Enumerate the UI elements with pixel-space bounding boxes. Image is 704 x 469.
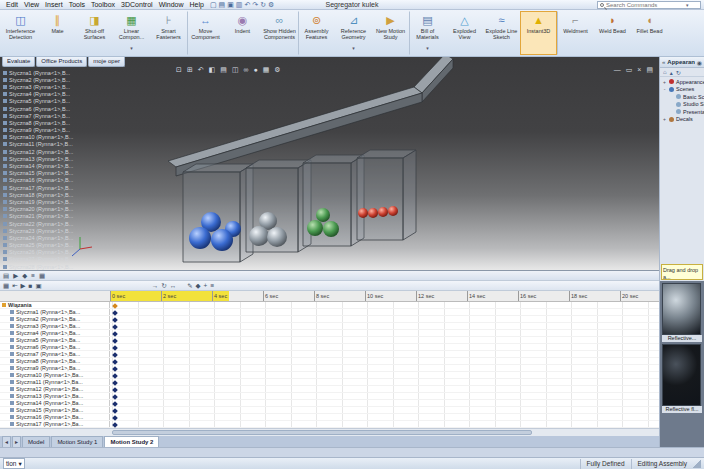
keyframe-diamond[interactable]	[112, 401, 118, 407]
appearances-tree-item[interactable]: - Scenes	[660, 86, 704, 94]
timeline-row[interactable]: Styczna13 (Rynna<1>,Ba...	[0, 393, 659, 400]
new-icon[interactable]: ▢	[210, 0, 217, 9]
ribbon-button[interactable]: ⌐ Weldment	[557, 11, 594, 55]
playback-loop-icon[interactable]: ↻	[161, 282, 166, 290]
feature-tree-item[interactable]: Styczna16 (Rynna<1>,B...	[0, 177, 74, 184]
search-input[interactable]	[606, 2, 684, 8]
options-icon[interactable]: ⚙	[268, 0, 274, 9]
timeline-lane[interactable]	[110, 302, 659, 308]
print-icon[interactable]: ▥	[236, 0, 243, 9]
timeline-lane[interactable]	[110, 421, 659, 427]
appearances-tree-item[interactable]: Basic Scenes	[660, 93, 704, 101]
timeline-lane[interactable]	[110, 400, 659, 406]
timeline-lane[interactable]	[110, 344, 659, 350]
keyframe-diamond[interactable]	[112, 324, 118, 330]
save-animation-icon[interactable]: ▣	[36, 282, 42, 290]
filter-selected-icon[interactable]: ≡	[31, 272, 35, 280]
feature-tree-item[interactable]: Styczna20 (Rynna<1>,B...	[0, 206, 74, 213]
command-tab[interactable]: Office Products	[36, 57, 87, 67]
appearances-tree-item[interactable]: + Appearances	[660, 78, 704, 86]
expand-toggle-icon[interactable]: -	[662, 86, 667, 92]
feature-tree-item[interactable]: Styczna5 (Rynna<1>,B...	[0, 98, 74, 105]
timeline-lane[interactable]	[110, 393, 659, 399]
menu-item[interactable]: 3DControl	[118, 0, 156, 9]
timeline-row[interactable]: Styczna15 (Rynna<1>,Ba...	[0, 407, 659, 414]
keyframe-diamond[interactable]	[112, 373, 118, 379]
feature-tree-item[interactable]: Styczna8 (Rynna<1>,B...	[0, 119, 74, 126]
keyframe-diamond[interactable]	[112, 331, 118, 337]
keyframe-diamond[interactable]	[112, 345, 118, 351]
animation-wizard-icon[interactable]: ✎	[187, 282, 192, 290]
motion-elements-icon[interactable]: ≡	[210, 282, 214, 290]
ribbon-button[interactable]: ◨ Shut-off Surfaces	[76, 11, 113, 55]
feature-tree-item[interactable]: Styczna12 (Rynna<1>,B...	[0, 148, 74, 155]
ribbon-button[interactable]: ∥ Mate	[39, 11, 76, 55]
timeline-row[interactable]: Styczna3 (Rynna<1>,Ba...	[0, 323, 659, 330]
keyframe-diamond[interactable]	[112, 366, 118, 372]
feature-tree-item[interactable]: Styczna6 (Rynna<1>,B...	[0, 105, 74, 112]
feature-tree-item[interactable]: Styczna14 (Rynna<1>,B...	[0, 162, 74, 169]
ribbon-button[interactable]: ▲ Instant3D	[520, 11, 557, 55]
taskpane-toggle-icon[interactable]: ▤	[646, 66, 653, 74]
previous-view-icon[interactable]: ↶	[198, 66, 204, 74]
scrollbar-thumb[interactable]	[112, 430, 532, 435]
home-icon[interactable]: ⌂	[663, 69, 667, 75]
timeline-row[interactable]: Styczna11 (Rynna<1>,Ba...	[0, 379, 659, 386]
model-tree-icon[interactable]: ▤	[3, 272, 9, 280]
menu-item[interactable]: View	[21, 0, 42, 9]
timeline-row[interactable]: Styczna8 (Rynna<1>,Ba...	[0, 358, 659, 365]
feature-tree-item[interactable]: Styczna23 (Rynna<1>,B...	[0, 227, 74, 234]
appearances-tree-item[interactable]: + Decals	[660, 116, 704, 124]
play-icon[interactable]: ▶	[21, 282, 26, 290]
timeline-lane[interactable]	[110, 309, 659, 315]
ribbon-button[interactable]: △ Exploded View	[446, 11, 483, 55]
feature-tree-item[interactable]: Styczna18 (Rynna<1>,B...	[0, 191, 74, 198]
chevron-left-icon[interactable]: «	[662, 59, 665, 65]
timeline-row[interactable]: Styczna10 (Rynna<1>,Ba...	[0, 372, 659, 379]
playback-reciprocate-icon[interactable]: ↔	[170, 282, 177, 290]
timeline-lane[interactable]	[110, 386, 659, 392]
ribbon-button[interactable]: ▤ Bill of Materials ▾	[409, 11, 446, 55]
save-icon[interactable]: ▣	[227, 0, 234, 9]
feature-tree-item[interactable]: Styczna26 (Rynna<1>,B...	[0, 249, 74, 256]
calculate-icon[interactable]: ▦	[3, 282, 9, 290]
feature-tree-item[interactable]: Styczna25 (Rynna<1>,B...	[0, 242, 74, 249]
feature-tree-item[interactable]: Styczna24 (Rynna<1>,B...	[0, 234, 74, 241]
feature-tree-item[interactable]: Styczna13 (Rynna<1>,B...	[0, 155, 74, 162]
feature-tree-item[interactable]: Styczna2 (Rynna<1>,B...	[0, 76, 74, 83]
timeline-row[interactable]: Styczna9 (Rynna<1>,Ba...	[0, 365, 659, 372]
ribbon-button[interactable]: ∞ Show Hidden Components	[261, 11, 298, 55]
autokey-icon[interactable]: ◆	[196, 282, 201, 290]
playback-normal-icon[interactable]: →	[152, 282, 159, 290]
study-tab[interactable]: Motion Study 2	[104, 436, 159, 447]
section-view-icon[interactable]: ◧	[209, 66, 216, 74]
expand-toggle-icon[interactable]: +	[662, 116, 667, 122]
timeline-lane[interactable]	[110, 358, 659, 364]
feature-tree-item[interactable]: Styczna3 (Rynna<1>,B...	[0, 83, 74, 90]
open-icon[interactable]: ▤	[219, 0, 226, 9]
ribbon-button[interactable]: ▶ New Motion Study	[372, 11, 409, 55]
filter-results-icon[interactable]: ▦	[39, 272, 45, 280]
ribbon-button[interactable]: ↔ Move Component	[187, 11, 224, 55]
restore-icon[interactable]: ▭	[626, 66, 633, 74]
timeline-row[interactable]: Styczna12 (Rynna<1>,Ba...	[0, 386, 659, 393]
timeline-row[interactable]: Styczna4 (Rynna<1>,Ba...	[0, 330, 659, 337]
study-tab[interactable]: Motion Study 1	[51, 436, 103, 447]
feature-tree-item[interactable]: Styczna17 (Rynna<1>,B...	[0, 184, 74, 191]
ribbon-button[interactable]: ⊚ Assembly Features	[298, 11, 335, 55]
display-style-icon[interactable]: ◫	[232, 66, 239, 74]
redo-icon[interactable]: ↷	[252, 0, 258, 9]
timeline-ruler[interactable]: 0 sec2 sec4 sec6 sec8 sec10 sec12 sec14 …	[0, 291, 659, 302]
menu-item[interactable]: Tools	[66, 0, 88, 9]
ribbon-button[interactable]: ◗ Weld Bead	[594, 11, 631, 55]
keyframe-diamond[interactable]	[112, 415, 118, 421]
keyframe-diamond[interactable]	[112, 387, 118, 393]
appearances-tree-item[interactable]: Studio Scenes	[660, 101, 704, 109]
timeline-lane[interactable]	[110, 351, 659, 357]
feature-tree-item[interactable]: Styczna7 (Rynna<1>,B...	[0, 112, 74, 119]
menu-item[interactable]: Edit	[3, 0, 21, 9]
feature-tree-item[interactable]: Styczna11 (Rynna<1>,B...	[0, 141, 74, 148]
menu-item[interactable]: Help	[187, 0, 207, 9]
study-tab[interactable]: Model	[22, 436, 50, 447]
appearance-preview-image[interactable]	[662, 344, 701, 406]
